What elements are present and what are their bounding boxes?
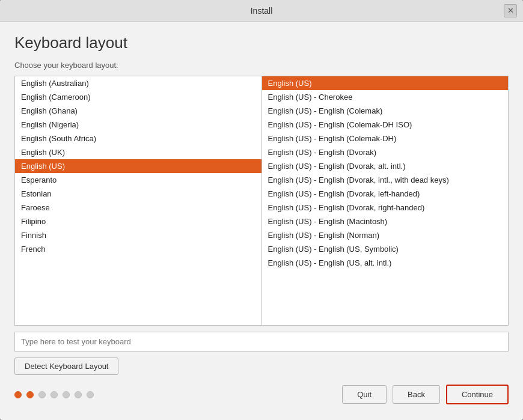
back-button[interactable]: Back <box>393 385 440 404</box>
keyboard-lists: English (Australian)English (Cameroon)En… <box>14 76 509 326</box>
list-item[interactable]: English (US) - English (Colemak) <box>262 104 509 118</box>
language-list[interactable]: English (Australian)English (Cameroon)En… <box>14 76 262 326</box>
list-item[interactable]: English (US) - English (Dvorak) <box>262 145 509 159</box>
list-item[interactable]: English (Australian) <box>15 76 262 90</box>
list-item[interactable]: English (South Africa) <box>15 132 262 145</box>
layout-list[interactable]: English (US)English (US) - CherokeeEngli… <box>262 76 509 326</box>
page-title: Keyboard layout <box>14 34 509 52</box>
list-item[interactable]: Estonian <box>15 187 262 201</box>
list-item[interactable]: English (US) - English (Dvorak, alt. int… <box>262 159 509 173</box>
progress-dot <box>75 391 82 398</box>
list-item[interactable]: English (UK) <box>15 145 262 159</box>
progress-dot <box>50 391 58 398</box>
list-item[interactable]: English (US) <box>15 159 262 173</box>
list-item[interactable]: English (Cameroon) <box>15 90 262 104</box>
close-button[interactable]: ✕ <box>504 4 517 17</box>
bottom-bar: Quit Back Continue <box>14 385 509 410</box>
list-item[interactable]: Finnish <box>15 228 262 242</box>
list-item[interactable]: English (US) - English (Colemak-DH ISO) <box>262 118 509 132</box>
content-area: Keyboard layout Choose your keyboard lay… <box>0 22 523 420</box>
instruction-label: Choose your keyboard layout: <box>14 61 509 70</box>
list-item[interactable]: English (US) - English (Dvorak, left-han… <box>262 187 509 201</box>
list-item[interactable]: Faroese <box>15 201 262 215</box>
list-item[interactable]: French <box>15 242 262 256</box>
list-item[interactable]: English (US) <box>262 76 509 90</box>
progress-dot <box>26 391 34 398</box>
list-item[interactable]: English (US) - English (Macintosh) <box>262 215 509 228</box>
list-item[interactable]: English (US) - English (US, alt. intl.) <box>262 256 509 270</box>
list-item[interactable]: Esperanto <box>15 173 262 187</box>
list-item[interactable]: English (US) - Cherokee <box>262 90 509 104</box>
progress-dot <box>63 391 70 398</box>
install-window: Install ✕ Keyboard layout Choose your ke… <box>0 0 523 420</box>
progress-dot <box>14 391 22 398</box>
keyboard-test-input[interactable] <box>14 332 509 352</box>
progress-dots <box>14 391 94 398</box>
list-item[interactable]: English (US) - English (Colemak-DH) <box>262 132 509 145</box>
list-item[interactable]: English (Nigeria) <box>15 118 262 132</box>
progress-dot <box>38 391 46 398</box>
list-item[interactable]: Filipino <box>15 215 262 228</box>
quit-button[interactable]: Quit <box>342 385 387 404</box>
continue-button[interactable]: Continue <box>446 385 509 404</box>
list-item[interactable]: English (US) - English (Norman) <box>262 228 509 242</box>
list-item[interactable]: English (Ghana) <box>15 104 262 118</box>
titlebar: Install ✕ <box>0 0 523 22</box>
detect-layout-button[interactable]: Detect Keyboard Layout <box>14 358 118 375</box>
progress-dot <box>87 391 94 398</box>
action-buttons: Quit Back Continue <box>342 385 509 404</box>
list-item[interactable]: English (US) - English (US, Symbolic) <box>262 242 509 256</box>
window-title: Install <box>251 6 273 16</box>
list-item[interactable]: English (US) - English (Dvorak, right-ha… <box>262 201 509 215</box>
list-item[interactable]: English (US) - English (Dvorak, intl., w… <box>262 173 509 187</box>
